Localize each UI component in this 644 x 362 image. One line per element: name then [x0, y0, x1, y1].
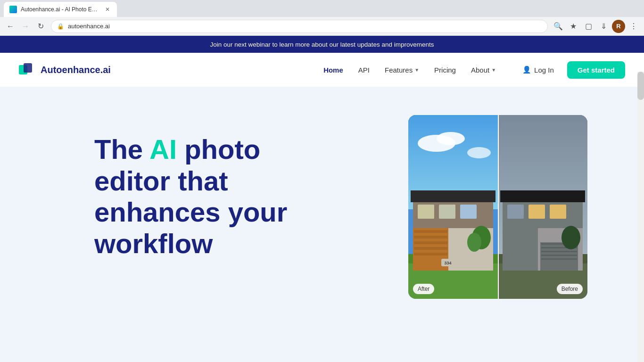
- reload-button[interactable]: ↻: [34, 20, 47, 33]
- bookmark-button[interactable]: ★: [567, 20, 580, 33]
- before-image: [498, 115, 587, 299]
- hero-title: The AI photoeditor thatenhances yourwork…: [94, 134, 389, 260]
- url-text: autoenhance.ai: [68, 23, 542, 30]
- svg-point-24: [467, 233, 481, 252]
- after-label: After: [413, 284, 434, 294]
- profile-button[interactable]: R: [612, 20, 625, 33]
- nav-api[interactable]: API: [351, 62, 377, 78]
- svg-rect-13: [414, 241, 447, 244]
- user-icon: 👤: [522, 66, 531, 74]
- nav-home[interactable]: Home: [316, 62, 351, 78]
- svg-rect-20: [460, 205, 477, 219]
- svg-rect-14: [414, 247, 447, 250]
- browser-chrome: Autoenhance.ai - AI Photo Editor ✕ ← → ↻…: [0, 0, 644, 36]
- logo-text: Autoenhance.ai: [41, 65, 111, 75]
- features-chevron: ▼: [414, 67, 419, 73]
- download-button[interactable]: ⇓: [597, 20, 610, 33]
- svg-point-6: [467, 147, 491, 158]
- svg-rect-22: [439, 205, 455, 219]
- banner-text: Join our next webinar to learn more abou…: [210, 41, 434, 48]
- about-chevron: ▼: [491, 67, 496, 73]
- hero-section: The AI photoeditor thatenhances yourwork…: [0, 87, 644, 318]
- before-after-image: 334: [408, 115, 587, 299]
- svg-rect-12: [414, 236, 447, 239]
- svg-point-43: [561, 226, 580, 249]
- hero-title-ai: AI: [149, 134, 177, 165]
- tab-favicon: [9, 6, 17, 13]
- logo[interactable]: Autoenhance.ai: [19, 61, 111, 78]
- before-after-divider: [498, 115, 499, 299]
- menu-button[interactable]: ⋮: [627, 20, 640, 33]
- active-tab[interactable]: Autoenhance.ai - AI Photo Editor ✕: [4, 2, 117, 17]
- svg-point-5: [437, 132, 465, 145]
- after-image: 334: [408, 115, 498, 299]
- tab-title: Autoenhance.ai - AI Photo Editor: [21, 6, 100, 13]
- svg-rect-33: [507, 205, 524, 219]
- logo-icon: [19, 61, 36, 78]
- announcement-banner: Join our next webinar to learn more abou…: [0, 36, 644, 53]
- nav-actions: 👤 Log In Get started: [515, 61, 625, 79]
- svg-rect-17: [411, 190, 495, 202]
- address-bar[interactable]: 🔒 autoenhance.ai: [51, 20, 548, 33]
- back-button[interactable]: ←: [4, 20, 17, 33]
- scrollbar[interactable]: [637, 72, 644, 362]
- hero-title-before: The: [94, 134, 149, 165]
- svg-rect-40: [541, 251, 577, 252]
- svg-rect-41: [541, 255, 577, 256]
- hero-text: The AI photoeditor thatenhances yourwork…: [94, 115, 389, 260]
- svg-text:334: 334: [444, 261, 451, 265]
- svg-rect-15: [414, 253, 447, 255]
- nav-links: Home API Features ▼ Pricing About ▼: [316, 62, 504, 78]
- svg-rect-11: [414, 230, 447, 233]
- nav-features[interactable]: Features ▼: [377, 62, 427, 78]
- toolbar-right: 🔍 ★ ▢ ⇓ R ⋮: [552, 20, 640, 33]
- nav-buttons: ← → ↻: [4, 20, 47, 33]
- nav-pricing[interactable]: Pricing: [427, 62, 463, 78]
- extensions-button[interactable]: ▢: [582, 20, 595, 33]
- get-started-button[interactable]: Get started: [567, 61, 625, 79]
- tab-close-button[interactable]: ✕: [104, 6, 111, 13]
- svg-rect-36: [500, 190, 585, 202]
- svg-rect-21: [418, 205, 434, 219]
- svg-rect-42: [541, 258, 577, 260]
- scrollbar-thumb[interactable]: [637, 72, 644, 100]
- login-button[interactable]: 👤 Log In: [515, 62, 561, 78]
- nav-about[interactable]: About ▼: [463, 62, 504, 78]
- search-button[interactable]: 🔍: [552, 20, 565, 33]
- svg-rect-1: [24, 63, 32, 73]
- before-label: Before: [557, 284, 583, 294]
- forward-button[interactable]: →: [19, 20, 32, 33]
- svg-rect-34: [528, 205, 545, 219]
- lock-icon: 🔒: [57, 23, 64, 30]
- browser-toolbar: ← → ↻ 🔒 autoenhance.ai 🔍 ★ ▢ ⇓ R ⋮: [0, 17, 644, 36]
- hero-image-area: 334: [408, 115, 587, 299]
- website-content: Join our next webinar to learn more abou…: [0, 36, 644, 362]
- tab-bar: Autoenhance.ai - AI Photo Editor ✕: [0, 0, 644, 17]
- svg-rect-35: [550, 205, 566, 219]
- navbar: Autoenhance.ai Home API Features ▼ Prici…: [0, 53, 644, 87]
